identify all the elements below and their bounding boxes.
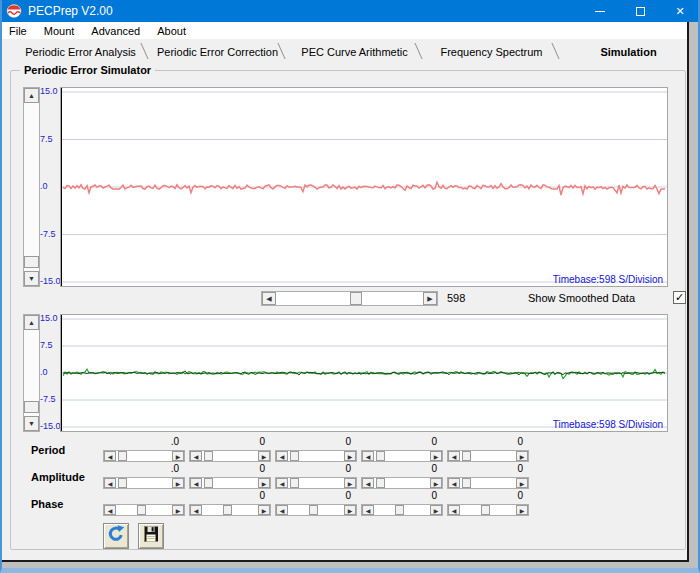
scrollbar-track[interactable] (202, 451, 258, 461)
close-icon[interactable]: ✕ (660, 0, 700, 22)
scrollbar-thumb[interactable] (462, 478, 471, 488)
scroll-up-icon[interactable]: ▲ (24, 88, 39, 103)
scrollbar-thumb[interactable] (309, 505, 318, 515)
scroll-right-icon[interactable]: ▶ (516, 478, 528, 488)
slider-phase-1[interactable]: ◀▶ (103, 504, 185, 516)
scroll-left-icon[interactable]: ◀ (104, 478, 116, 488)
minimize-icon[interactable] (580, 0, 620, 22)
scroll-left-icon[interactable]: ◀ (190, 451, 202, 461)
scroll-left-icon[interactable]: ◀ (448, 451, 460, 461)
slider-amplitude-1[interactable]: ◀▶ (103, 477, 185, 489)
scrollbar-thumb[interactable] (24, 256, 39, 268)
scroll-left-icon[interactable]: ◀ (276, 478, 288, 488)
scrollbar-track[interactable] (202, 505, 258, 515)
tab-periodic-error-correction[interactable]: Periodic Error Correction (149, 42, 286, 61)
scrollbar-track[interactable] (288, 451, 344, 461)
tab-periodic-error-analysis[interactable]: Periodic Error Analysis (12, 42, 149, 61)
scrollbar-thumb[interactable] (481, 505, 490, 515)
slider-period-1[interactable]: ◀▶ (103, 450, 185, 462)
tab-pec-curve-arithmetic[interactable]: PEC Curve Arithmetic (286, 42, 423, 61)
scrollbar-thumb[interactable] (290, 451, 299, 461)
scroll-down-icon[interactable]: ▼ (24, 271, 39, 286)
menu-item-mount[interactable]: Mount (37, 25, 85, 37)
slider-phase-3[interactable]: ◀▶ (275, 504, 357, 516)
scroll-right-icon[interactable]: ▶ (516, 451, 528, 461)
scrollbar-track[interactable] (116, 505, 172, 515)
scrollbar-thumb[interactable] (350, 292, 362, 305)
scroll-left-icon[interactable]: ◀ (448, 478, 460, 488)
scroll-right-icon[interactable]: ▶ (258, 451, 270, 461)
scroll-left-icon[interactable]: ◀ (190, 478, 202, 488)
timebase-scrollbar[interactable]: ◀ ▶ (261, 291, 438, 306)
slider-phase-4[interactable]: ◀▶ (361, 504, 443, 516)
scroll-right-icon[interactable]: ▶ (344, 478, 356, 488)
scroll-left-icon[interactable]: ◀ (104, 505, 116, 515)
scrollbar-thumb[interactable] (290, 478, 299, 488)
slider-amplitude-4[interactable]: ◀▶ (361, 477, 443, 489)
menu-item-file[interactable]: File (2, 25, 37, 37)
scrollbar-track[interactable] (276, 292, 423, 305)
scrollbar-track[interactable] (374, 451, 430, 461)
slider-phase-5[interactable]: ◀▶ (447, 504, 529, 516)
scrollbar-thumb[interactable] (137, 505, 146, 515)
scroll-left-icon[interactable]: ◀ (448, 505, 460, 515)
scrollbar-track[interactable] (374, 478, 430, 488)
scrollbar-track[interactable] (288, 478, 344, 488)
scrollbar-thumb[interactable] (462, 451, 471, 461)
bottom-chart-vertical-scrollbar[interactable]: ▲ ▼ (23, 314, 40, 432)
scrollbar-thumb[interactable] (223, 505, 232, 515)
slider-amplitude-2[interactable]: ◀▶ (189, 477, 271, 489)
scrollbar-thumb[interactable] (376, 478, 385, 488)
menu-item-about[interactable]: About (150, 25, 196, 37)
scroll-right-icon[interactable]: ▶ (172, 505, 184, 515)
scrollbar-thumb[interactable] (204, 451, 213, 461)
scroll-right-icon[interactable]: ▶ (172, 478, 184, 488)
scrollbar-track[interactable] (460, 478, 516, 488)
scrollbar-track[interactable] (202, 478, 258, 488)
slider-period-4[interactable]: ◀▶ (361, 450, 443, 462)
scroll-right-icon[interactable]: ▶ (344, 505, 356, 515)
scrollbar-track[interactable] (24, 330, 39, 416)
scrollbar-track[interactable] (288, 505, 344, 515)
maximize-icon[interactable] (620, 0, 660, 22)
scrollbar-track[interactable] (24, 103, 39, 271)
scroll-left-icon[interactable]: ◀ (362, 478, 374, 488)
slider-period-2[interactable]: ◀▶ (189, 450, 271, 462)
refresh-button[interactable] (103, 523, 129, 549)
tab-simulation[interactable]: Simulation (560, 42, 697, 61)
scroll-left-icon[interactable]: ◀ (104, 451, 116, 461)
slider-amplitude-5[interactable]: ◀▶ (447, 477, 529, 489)
menu-item-advanced[interactable]: Advanced (84, 25, 150, 37)
scrollbar-track[interactable] (116, 478, 172, 488)
scrollbar-thumb[interactable] (24, 401, 39, 413)
scrollbar-track[interactable] (460, 505, 516, 515)
save-button[interactable] (138, 523, 164, 549)
show-smoothed-checkbox[interactable]: ✓ (673, 291, 686, 304)
scroll-left-icon[interactable]: ◀ (262, 292, 276, 305)
scroll-right-icon[interactable]: ▶ (172, 451, 184, 461)
slider-period-5[interactable]: ◀▶ (447, 450, 529, 462)
scroll-left-icon[interactable]: ◀ (362, 505, 374, 515)
scroll-left-icon[interactable]: ◀ (276, 451, 288, 461)
scroll-left-icon[interactable]: ◀ (190, 505, 202, 515)
scroll-left-icon[interactable]: ◀ (362, 451, 374, 461)
scrollbar-thumb[interactable] (118, 451, 127, 461)
scroll-left-icon[interactable]: ◀ (276, 505, 288, 515)
scrollbar-thumb[interactable] (376, 451, 385, 461)
scrollbar-thumb[interactable] (118, 478, 127, 488)
slider-period-3[interactable]: ◀▶ (275, 450, 357, 462)
slider-amplitude-3[interactable]: ◀▶ (275, 477, 357, 489)
scroll-right-icon[interactable]: ▶ (344, 451, 356, 461)
scrollbar-track[interactable] (374, 505, 430, 515)
scrollbar-track[interactable] (460, 451, 516, 461)
scrollbar-thumb[interactable] (395, 505, 404, 515)
scroll-right-icon[interactable]: ▶ (258, 505, 270, 515)
scroll-right-icon[interactable]: ▶ (430, 451, 442, 461)
slider-phase-2[interactable]: ◀▶ (189, 504, 271, 516)
scrollbar-thumb[interactable] (204, 478, 213, 488)
scroll-right-icon[interactable]: ▶ (430, 505, 442, 515)
scrollbar-track[interactable] (116, 451, 172, 461)
scroll-right-icon[interactable]: ▶ (516, 505, 528, 515)
scroll-down-icon[interactable]: ▼ (24, 416, 39, 431)
top-chart-vertical-scrollbar[interactable]: ▲ ▼ (23, 87, 40, 287)
